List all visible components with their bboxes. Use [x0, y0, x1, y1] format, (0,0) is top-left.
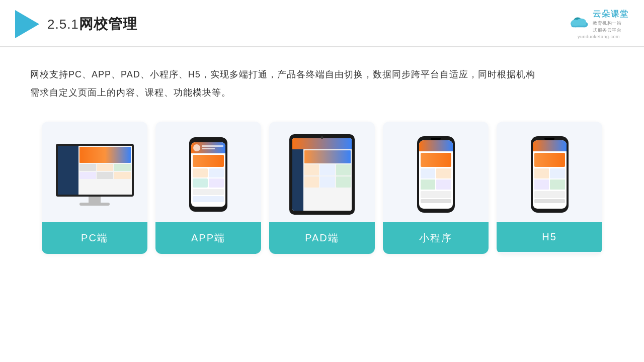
card-app-label: APP端 [155, 222, 261, 254]
pad-tablet-icon [289, 134, 355, 215]
app-phone-icon [188, 137, 228, 212]
header-left: 2.5.1网校管理 [15, 10, 137, 38]
section-number: 2.5.1 [47, 17, 79, 32]
card-app-image [155, 122, 261, 222]
h5-phone-icon [531, 136, 569, 213]
description-line2: 需求自定义页面上的内容、课程、功能模块等。 [30, 83, 614, 102]
card-miniprogram: 小程序 [383, 122, 489, 254]
brand-url-text: yunduoketang.com [578, 34, 620, 39]
card-h5-image [497, 122, 602, 222]
miniprogram-phone-icon [417, 136, 455, 213]
brand-sub2-text: 式服务云平台 [593, 27, 621, 34]
brand-sub1-text: 教育机构一站 [593, 20, 621, 27]
card-miniprogram-label: 小程序 [383, 222, 489, 254]
card-pc-label: PC端 [42, 222, 147, 254]
svg-rect-7 [572, 23, 586, 26]
brand-text: 云朵课堂 教育机构一站 式服务云平台 [593, 9, 629, 34]
card-pad-label: PAD端 [269, 222, 375, 254]
card-pad: PAD端 [269, 122, 375, 254]
monitor-screen [56, 144, 134, 197]
card-pc-image [42, 122, 147, 222]
card-miniprogram-image [383, 122, 489, 222]
card-h5-label: H5 [497, 222, 602, 252]
brand-name-text: 云朵课堂 [593, 9, 629, 20]
card-pad-image [269, 122, 375, 222]
description-block: 网校支持PC、APP、PAD、小程序、H5，实现多端打通，产品各终端自由切换，数… [0, 47, 644, 112]
brand-logo-area: 云朵课堂 教育机构一站 式服务云平台 yunduoketang.com [569, 9, 629, 39]
cloud-logo-icon [569, 14, 590, 29]
card-h5: H5 [497, 122, 602, 254]
page-header: 2.5.1网校管理 云朵课堂 教育机构一站 式服务云平台 yunduoketan… [0, 0, 644, 47]
platform-cards: PC端 [0, 112, 644, 274]
logo-triangle-icon [15, 10, 39, 38]
pc-monitor-icon [51, 144, 139, 206]
page-title: 2.5.1网校管理 [47, 15, 137, 34]
card-pc: PC端 [42, 122, 147, 254]
brand-logo: 云朵课堂 教育机构一站 式服务云平台 [569, 9, 629, 34]
description-line1: 网校支持PC、APP、PAD、小程序、H5，实现多端打通，产品各终端自由切换，数… [30, 65, 614, 83]
card-app: APP端 [155, 122, 261, 254]
